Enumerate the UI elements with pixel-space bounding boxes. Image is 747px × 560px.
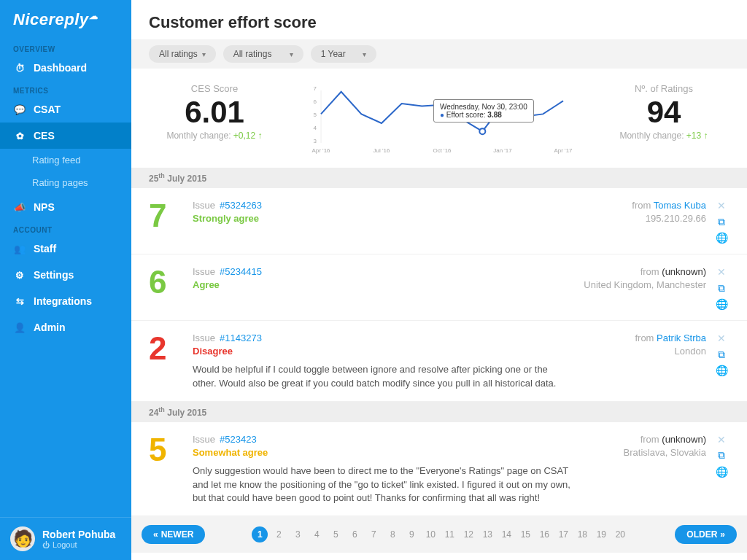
- copy-icon[interactable]: ⧉: [716, 349, 727, 360]
- page-number[interactable]: 18: [574, 526, 590, 542]
- dashboard-icon: ⏱: [13, 63, 26, 74]
- issue-link[interactable]: #523423: [220, 434, 257, 445]
- older-button[interactable]: OLDER »: [675, 525, 737, 544]
- rating-verdict: Agree: [193, 279, 220, 290]
- filter-ratings-2[interactable]: All ratings ▾: [223, 45, 303, 63]
- globe-icon[interactable]: 🌐: [716, 298, 727, 310]
- globe-icon[interactable]: 🌐: [716, 365, 727, 376]
- sidebar-item-dashboard[interactable]: ⏱ Dashboard: [0, 55, 131, 81]
- svg-text:Jul '16: Jul '16: [374, 147, 390, 154]
- page-number[interactable]: 14: [498, 526, 514, 542]
- sidebar-item-ces[interactable]: ✿ CES: [0, 122, 131, 149]
- page-number[interactable]: 15: [517, 526, 533, 542]
- filter-ratings-1[interactable]: All ratings ▾: [149, 45, 216, 63]
- arrows-icon: ⇆: [13, 296, 26, 307]
- from-label: from: [635, 332, 654, 343]
- page-number[interactable]: 8: [384, 526, 400, 542]
- copy-icon[interactable]: ⧉: [716, 450, 727, 462]
- stat-value: 6.01: [149, 97, 280, 128]
- page-number[interactable]: 9: [403, 526, 419, 542]
- gear-icon: ⚙: [13, 270, 26, 281]
- date-header: 25th July 2015: [131, 168, 747, 188]
- sidebar-label-csat: CSAT: [34, 104, 61, 115]
- close-icon[interactable]: ✕: [716, 266, 727, 278]
- rating-location: London: [675, 346, 706, 361]
- chevron-down-icon: ▾: [290, 50, 293, 58]
- page-number[interactable]: 5: [328, 526, 344, 542]
- pager: « NEWER 1234567891011121314151617181920 …: [131, 516, 747, 553]
- close-icon[interactable]: ✕: [716, 200, 727, 211]
- filter-label: All ratings: [159, 49, 198, 59]
- filter-label: All ratings: [233, 49, 272, 59]
- logout-link[interactable]: ⏻ Logout: [42, 540, 115, 549]
- page-number[interactable]: 1: [252, 526, 268, 542]
- page-number[interactable]: 17: [555, 526, 571, 542]
- page-number[interactable]: 16: [536, 526, 552, 542]
- issue-link[interactable]: #5234415: [220, 266, 262, 277]
- page-number[interactable]: 3: [290, 526, 306, 542]
- sidebar-item-integrations[interactable]: ⇆ Integrations: [0, 288, 131, 314]
- rating-location: 195.210.29.66: [646, 213, 706, 228]
- copy-icon[interactable]: ⧉: [716, 216, 727, 228]
- sidebar-label-settings: Settings: [34, 269, 74, 281]
- page-number[interactable]: 11: [441, 526, 457, 542]
- globe-icon[interactable]: 🌐: [716, 232, 727, 244]
- row-actions: ✕ ⧉ 🌐: [713, 200, 729, 244]
- rating-score: 7: [149, 200, 193, 244]
- svg-text:Jan '17: Jan '17: [493, 147, 512, 154]
- rating-score: 2: [149, 332, 193, 391]
- rating-row: 6 Issue #5234415 from (unknown) Agree Un…: [131, 254, 747, 321]
- sidebar-label-integrations: Integrations: [34, 295, 92, 307]
- page-number[interactable]: 7: [365, 526, 382, 542]
- page-number[interactable]: 10: [422, 526, 438, 542]
- page-number[interactable]: 6: [347, 526, 363, 542]
- rating-comment: Would be helpful if I could toggle betwe…: [193, 363, 572, 391]
- close-icon[interactable]: ✕: [716, 332, 727, 344]
- page-number[interactable]: 19: [593, 526, 609, 542]
- sidebar-sub-rating-feed[interactable]: Rating feed: [32, 149, 131, 171]
- from-name[interactable]: Tomas Kuba: [654, 200, 706, 211]
- svg-point-6: [479, 128, 485, 134]
- stat-label: Nº. of Ratings: [598, 83, 729, 94]
- sidebar-item-admin[interactable]: 👤 Admin: [0, 314, 131, 341]
- svg-text:7: 7: [314, 85, 317, 92]
- rating-row: 2 Issue #1143273 from Patrik Strba Disag…: [131, 321, 747, 402]
- svg-text:4: 4: [314, 125, 317, 131]
- row-actions: ✕ ⧉ 🌐: [713, 266, 729, 310]
- rating-verdict: Strongly agree: [193, 213, 259, 224]
- brand-logo: Nicereply☁: [0, 0, 131, 39]
- close-icon[interactable]: ✕: [716, 434, 727, 446]
- chevron-down-icon: ▾: [202, 50, 206, 58]
- sidebar-item-csat[interactable]: 💬 CSAT: [0, 96, 131, 122]
- rating-comment: Only suggestion would have been to direc…: [193, 464, 572, 506]
- stat-ces-score: CES Score 6.01 Monthly change: +0,12 ↑: [149, 83, 280, 141]
- stat-label: CES Score: [149, 83, 280, 94]
- page-number[interactable]: 13: [479, 526, 495, 542]
- page-number[interactable]: 4: [309, 526, 325, 542]
- page-number[interactable]: 20: [612, 526, 628, 542]
- newer-button[interactable]: « NEWER: [142, 525, 205, 544]
- user-name: Robert Pohuba: [42, 529, 115, 540]
- issue-link[interactable]: #1143273: [220, 332, 262, 343]
- sidebar-sub-rating-pages[interactable]: Rating pages: [32, 171, 131, 194]
- page-number[interactable]: 12: [460, 526, 476, 542]
- from-name[interactable]: Patrik Strba: [657, 332, 706, 343]
- rating-verdict: Somewhat agree: [193, 447, 268, 458]
- older-label: OLDER: [686, 529, 717, 540]
- sidebar-item-nps[interactable]: 📣 NPS: [0, 194, 131, 220]
- sidebar-item-settings[interactable]: ⚙ Settings: [0, 262, 131, 288]
- issue-link[interactable]: #5324263: [220, 200, 262, 211]
- copy-icon[interactable]: ⧉: [716, 282, 727, 294]
- sidebar-item-staff[interactable]: 👥 Staff: [0, 236, 131, 262]
- tooltip-header: Wednesday, Nov 30, 23:00: [440, 103, 527, 111]
- nav-section-overview: OVERVIEW: [0, 39, 131, 55]
- page-number[interactable]: 2: [271, 526, 287, 542]
- page-title: Customer effort score: [131, 0, 747, 39]
- filter-label: 1 Year: [321, 49, 346, 59]
- filter-period[interactable]: 1 Year ▾: [311, 45, 376, 63]
- from-label: from: [640, 266, 659, 277]
- rating-score: 5: [149, 434, 193, 506]
- logout-label: Logout: [53, 540, 77, 549]
- globe-icon[interactable]: 🌐: [716, 466, 727, 478]
- stat-change: Monthly change: +0,12 ↑: [149, 131, 280, 141]
